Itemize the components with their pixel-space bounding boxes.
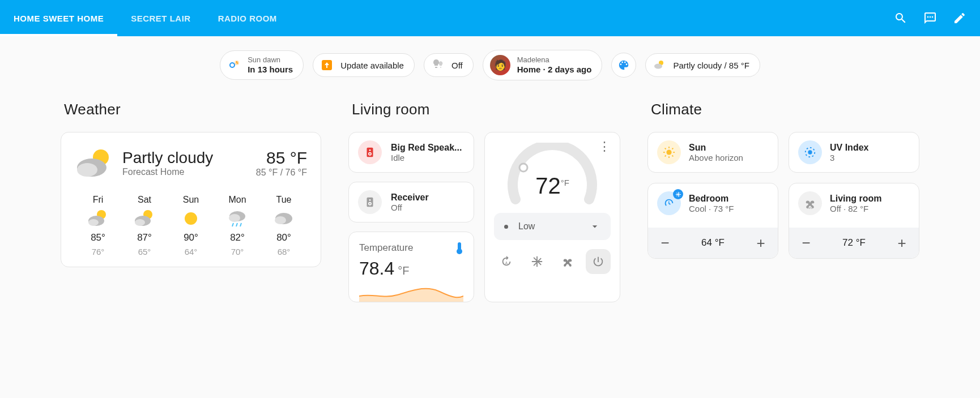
decrease-button[interactable]: −	[799, 236, 813, 250]
entity-state: 3	[830, 153, 868, 162]
chip-row: Sun dawn In 13 hours Update available Of…	[0, 36, 980, 101]
snowflake-badge-icon	[673, 189, 683, 199]
increase-button[interactable]: +	[754, 236, 768, 250]
svg-point-19	[229, 214, 240, 222]
chip-lights[interactable]: Off	[424, 53, 474, 77]
temperature-value: 78.4	[359, 258, 394, 279]
mode-auto-button[interactable]: A	[494, 249, 519, 274]
mode-cool-button[interactable]	[525, 249, 549, 274]
entity-name: Sun	[689, 143, 743, 153]
thermostat-card[interactable]: ⋮ 72°F Low A	[484, 132, 620, 302]
weather-temperature: 85 °F	[256, 148, 307, 168]
sun-card[interactable]: Sun Above horizon	[647, 132, 778, 173]
svg-line-44	[665, 156, 666, 157]
forecast-day-name: Sun	[183, 195, 199, 205]
entity-name: Receiver	[391, 192, 429, 203]
fan-mode-select[interactable]: Low	[494, 213, 611, 240]
entity-state: Off	[391, 203, 429, 212]
chip-value: Update available	[340, 61, 404, 70]
living-climate-card[interactable]: A/C Living room Off · 82 °F − 72 °F +	[789, 183, 919, 259]
svg-point-13	[88, 219, 99, 226]
sun-clock-icon	[227, 58, 241, 72]
entity-state: Above horizon	[689, 153, 743, 162]
tab-secret-lair[interactable]: SECRET LAIR	[117, 0, 204, 36]
setpoint-value: 64 °F	[701, 237, 725, 249]
section-title-climate: Climate	[651, 101, 919, 118]
app-header: HOME SWEET HOME SECRET LAIR RADIO ROOM	[0, 0, 980, 36]
svg-point-35	[519, 164, 527, 172]
forecast-low: 68°	[278, 247, 291, 256]
forecast-day[interactable]: Mon82°70°	[214, 195, 261, 256]
section-title-living: Living room	[352, 101, 620, 118]
svg-point-3	[230, 63, 235, 67]
chip-sun-dawn[interactable]: Sun dawn In 13 hours	[220, 50, 304, 80]
setpoint-value: 72 °F	[842, 237, 866, 249]
weather-column: Weather Partly cloudy Forecast Home 85 °…	[61, 101, 321, 302]
forecast-day[interactable]: Sun90°64°	[168, 195, 214, 256]
svg-text:A: A	[505, 261, 508, 265]
svg-point-34	[457, 249, 462, 254]
chip-person[interactable]: 🧑 Madelena Home · 2 days ago	[483, 50, 603, 80]
gauge-icon	[657, 191, 681, 215]
svg-point-16	[135, 219, 145, 226]
update-icon	[320, 58, 334, 72]
forecast-day-name: Fri	[93, 195, 104, 205]
forecast-day-icon	[87, 208, 109, 229]
chip-value: Off	[451, 61, 463, 70]
chip-theme[interactable]	[611, 53, 636, 78]
forecast-day-name: Mon	[228, 195, 246, 205]
forecast-day-icon	[226, 208, 249, 229]
partly-cloudy-icon	[653, 58, 666, 72]
forecast-day[interactable]: Sat87°65°	[121, 195, 168, 256]
forecast-day-icon	[133, 208, 156, 229]
chevron-down-icon	[589, 221, 600, 232]
chip-update[interactable]: Update available	[313, 53, 415, 77]
receiver-card[interactable]: Receiver Off	[348, 182, 474, 222]
decrease-button[interactable]: −	[658, 236, 672, 250]
header-actions	[894, 11, 966, 25]
forecast-high: 80°	[276, 232, 291, 243]
sun-icon	[657, 140, 681, 164]
svg-point-2	[932, 16, 934, 18]
svg-point-7	[654, 64, 662, 69]
increase-button[interactable]: +	[895, 236, 909, 250]
svg-point-30	[369, 199, 371, 201]
lightbulb-group-icon	[431, 58, 445, 72]
svg-line-45	[672, 148, 674, 149]
bedroom-climate-card[interactable]: Bedroom Cool · 73 °F − 64 °F +	[647, 183, 778, 259]
svg-point-28	[369, 153, 371, 155]
speaker-card[interactable]: Big Red Speak... Idle	[348, 132, 474, 173]
living-room-column: Living room Big Red Speak... Idle	[348, 101, 620, 302]
chat-icon[interactable]	[923, 11, 937, 25]
search-icon[interactable]	[894, 11, 907, 25]
chip-value: Home · 2 days ago	[517, 65, 592, 75]
temperature-label: Temperature	[359, 242, 413, 254]
speaker-icon	[358, 140, 382, 164]
forecast-high: 87°	[137, 232, 152, 243]
weather-card[interactable]: Partly cloudy Forecast Home 85 °F 85 °F …	[61, 132, 321, 267]
svg-point-0	[927, 16, 929, 18]
forecast-day[interactable]: Tue80°68°	[261, 195, 307, 256]
forecast-high: 90°	[184, 232, 198, 243]
forecast-high: 85°	[91, 232, 105, 243]
chip-value: Partly cloudy / 85 °F	[673, 61, 749, 70]
uv-card[interactable]: UV Index 3	[789, 132, 919, 173]
climate-column: Climate Sun Above horizon UV Index 3	[647, 101, 919, 302]
dashboard-columns: Weather Partly cloudy Forecast Home 85 °…	[0, 101, 980, 325]
mode-fan-button[interactable]	[555, 249, 580, 274]
thermostat-unit: °F	[561, 178, 569, 187]
tab-home[interactable]: HOME SWEET HOME	[0, 0, 117, 36]
svg-point-17	[185, 212, 197, 225]
chip-weather[interactable]: Partly cloudy / 85 °F	[645, 53, 760, 77]
forecast-day[interactable]: Fri85°76°	[75, 195, 121, 256]
edit-icon[interactable]	[953, 11, 966, 25]
chip-label: Sun dawn	[248, 55, 293, 65]
mode-off-button[interactable]	[586, 249, 611, 274]
svg-point-26	[369, 149, 371, 151]
temperature-sparkline	[359, 279, 463, 302]
tab-radio-room[interactable]: RADIO ROOM	[204, 0, 291, 36]
temperature-card[interactable]: Temperature 78.4°F	[348, 232, 474, 302]
svg-point-37	[666, 149, 671, 155]
thermostat-dial[interactable]: 72°F	[504, 143, 600, 205]
header-tabs: HOME SWEET HOME SECRET LAIR RADIO ROOM	[0, 0, 291, 36]
